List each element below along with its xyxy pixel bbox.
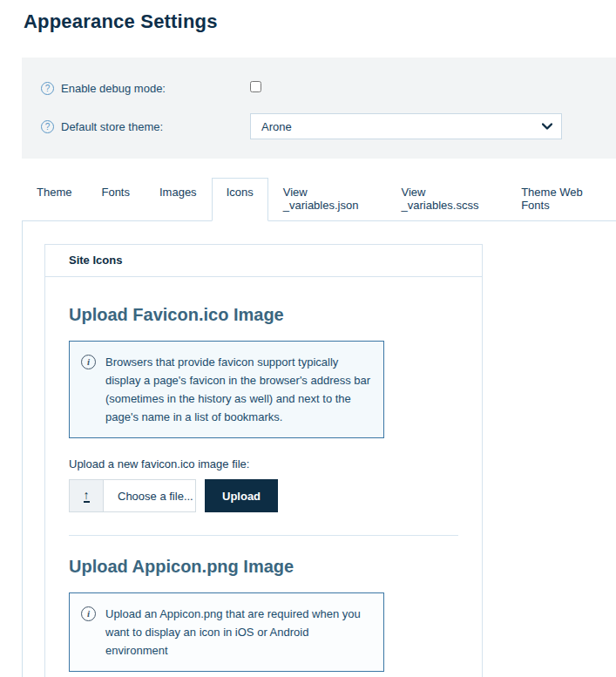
appearance-settings-page: Appearance Settings ? Enable debug mode:… (0, 0, 616, 677)
store-theme-control: Arone (250, 113, 616, 139)
debug-mode-control (250, 81, 616, 95)
appicon-section-heading: Upload Appicon.png Image (69, 557, 458, 577)
help-icon[interactable]: ? (41, 82, 54, 95)
help-icon[interactable]: ? (41, 120, 54, 133)
store-theme-label-cell: ? Default store theme: (41, 120, 250, 133)
info-icon: i (81, 606, 96, 621)
tab-view-variables-json[interactable]: View _variables.json (268, 178, 387, 220)
tab-fonts[interactable]: Fonts (86, 178, 145, 220)
debug-mode-row: ? Enable debug mode: (41, 75, 616, 101)
store-theme-label: Default store theme: (61, 120, 163, 133)
store-theme-row: ? Default store theme: Arone (41, 113, 616, 139)
favicon-file-label: Upload a new favicon.ico image file: (69, 457, 458, 471)
favicon-upload-button[interactable]: Upload (205, 479, 278, 512)
favicon-choose-file-button[interactable]: Choose a file... (104, 479, 196, 512)
tab-icons[interactable]: Icons (212, 178, 268, 221)
info-icon: i (81, 355, 96, 369)
page-title: Appearance Settings (24, 10, 616, 33)
tab-images[interactable]: Images (145, 178, 212, 220)
debug-mode-checkbox[interactable] (250, 81, 261, 92)
settings-form: ? Enable debug mode: ? Default store the… (22, 58, 616, 159)
favicon-file-row: ↑ Choose a file... Upload (69, 479, 458, 512)
site-icons-box: Site Icons Upload Favicon.ico Image i Br… (44, 244, 483, 677)
favicon-section-heading: Upload Favicon.ico Image (69, 305, 458, 325)
tab-theme-web-fonts[interactable]: Theme Web Fonts (506, 178, 616, 220)
debug-mode-label-cell: ? Enable debug mode: (41, 82, 250, 95)
upload-arrow-icon: ↑ (84, 490, 90, 503)
favicon-file-input-icon-segment[interactable]: ↑ (69, 479, 104, 512)
favicon-info-box: i Browsers that provide favicon support … (69, 341, 384, 438)
chevron-down-icon (542, 123, 552, 130)
tab-view-variables-scss[interactable]: View _variables.scss (387, 178, 507, 220)
settings-tabs: Theme Fonts Images Icons View _variables… (22, 178, 616, 220)
store-theme-selected-value: Arone (261, 120, 292, 133)
site-icons-title: Site Icons (45, 245, 482, 277)
icons-tab-panel: Site Icons Upload Favicon.ico Image i Br… (22, 220, 616, 677)
debug-mode-label: Enable debug mode: (61, 82, 166, 95)
appicon-info-box: i Upload an Appicon.png that are require… (69, 592, 384, 672)
tab-theme[interactable]: Theme (22, 178, 86, 220)
section-divider (69, 535, 458, 536)
store-theme-select[interactable]: Arone (250, 113, 562, 139)
site-icons-body: Upload Favicon.ico Image i Browsers that… (45, 277, 482, 677)
appicon-info-text: Upload an Appicon.png that are required … (105, 605, 371, 660)
favicon-info-text: Browsers that provide favicon support ty… (105, 353, 371, 426)
